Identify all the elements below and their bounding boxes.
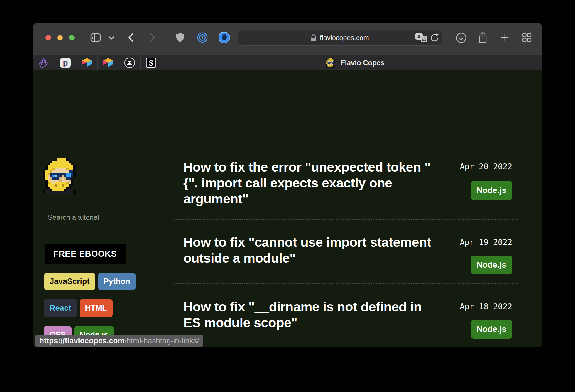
article-date: Apr 20 2022: [460, 162, 512, 171]
new-tab-button[interactable]: [500, 33, 509, 42]
article-tag-badge[interactable]: Node.js: [471, 181, 512, 200]
share-icon: [478, 32, 488, 43]
sidebar-tag-python[interactable]: Python: [98, 273, 136, 290]
shield-icon: [176, 32, 184, 43]
site-title: Flavio Copes: [341, 59, 384, 67]
adblock-hand-icon: [219, 32, 230, 43]
address-bar[interactable]: flaviocopes.com A: [238, 30, 442, 46]
translate-button[interactable]: A: [415, 33, 428, 43]
article-tag-badge[interactable]: Node.js: [471, 256, 512, 274]
color-cube-icon: [103, 58, 114, 68]
active-site-tab[interactable]: Flavio Copes: [326, 55, 385, 71]
favorite-cube-1[interactable]: [76, 55, 98, 71]
link-preview-statusbar: https://flaviocopes.com/html-hashtag-in-…: [35, 335, 203, 347]
adblock-extension-button[interactable]: [219, 32, 230, 43]
sidebar-tag-javascript[interactable]: JavaScript: [44, 273, 95, 290]
favorite-p-app[interactable]: p: [55, 55, 76, 71]
minimize-window-button[interactable]: [57, 35, 63, 40]
author-avatar: [43, 158, 80, 194]
p-app-icon: p: [60, 58, 71, 68]
downloads-button[interactable]: [456, 33, 466, 43]
article-row: How to fix the error "unexpected token "…: [174, 143, 518, 219]
article-tag-badge[interactable]: Node.js: [471, 320, 512, 339]
tab-overview-button[interactable]: [522, 33, 532, 43]
article-title-link[interactable]: How to fix the error "unexpected token "…: [183, 159, 431, 207]
article-date: Apr 19 2022: [460, 238, 512, 247]
search-input[interactable]: [44, 211, 125, 224]
reload-icon: [429, 33, 439, 43]
link-path: /html-hashtag-in-links/: [124, 336, 199, 345]
svg-text:S: S: [149, 58, 153, 67]
chevron-right-icon: [149, 33, 155, 42]
lock-icon: [311, 34, 317, 42]
close-window-button[interactable]: [45, 35, 51, 40]
browser-window: flaviocopes.com A: [33, 23, 542, 347]
link-host: https://flaviocopes.com: [39, 336, 124, 345]
tag-row-2: ReactHTML: [44, 299, 113, 317]
favorite-s-app[interactable]: S: [141, 55, 162, 71]
back-button[interactable]: [128, 33, 134, 42]
favorite-cube-2[interactable]: [98, 55, 119, 71]
favorite-items: p: [33, 55, 162, 71]
browser-toolbar: flaviocopes.com A: [33, 23, 542, 55]
site-favicon: [326, 58, 336, 68]
free-ebooks-button[interactable]: FREE EBOOKS: [45, 244, 126, 264]
favorites-bar: p: [33, 55, 542, 71]
mail-circle-icon: [124, 57, 135, 68]
privacy-report-button[interactable]: [176, 32, 184, 43]
svg-text:p: p: [63, 58, 68, 67]
onepassword-icon: [197, 32, 208, 43]
article-row: How to fix "cannot use import statement …: [174, 219, 518, 284]
page-content: FREE EBOOKS JavaScriptPython ReactHTML C…: [33, 70, 542, 347]
article-date: Apr 18 2022: [460, 302, 512, 311]
favorite-hand[interactable]: [33, 55, 55, 71]
sidebar-tag-html[interactable]: HTML: [80, 299, 113, 317]
favorite-mail-circle[interactable]: [119, 55, 141, 71]
article-row: How to fix "__dirname is not defined in …: [174, 284, 518, 347]
article-title-link[interactable]: How to fix "__dirname is not defined in …: [183, 299, 422, 331]
sidebar-toggle-icon: [90, 33, 101, 42]
color-cube-icon: [81, 58, 92, 68]
hand-sketch-icon: [38, 57, 50, 69]
chevron-down-icon: [109, 36, 114, 40]
plus-icon: [500, 33, 509, 42]
onepassword-extension-button[interactable]: [197, 32, 208, 43]
reload-button[interactable]: [429, 33, 439, 43]
chevron-left-icon: [128, 33, 134, 42]
forward-button[interactable]: [149, 33, 155, 42]
tag-row-1: JavaScriptPython: [44, 273, 136, 290]
download-icon: [456, 33, 466, 43]
translate-icon: A: [415, 33, 428, 43]
grid-icon: [522, 33, 532, 43]
article-title-link[interactable]: How to fix "cannot use import statement …: [183, 234, 431, 266]
sidebar-tag-react[interactable]: React: [44, 299, 77, 317]
url-text: flaviocopes.com: [320, 34, 369, 42]
s-app-icon: S: [146, 58, 156, 68]
share-button[interactable]: [478, 32, 488, 43]
sidebar-toggle-button[interactable]: [90, 33, 101, 42]
svg-text:A: A: [417, 34, 421, 40]
tab-group-dropdown[interactable]: [109, 36, 114, 40]
zoom-window-button[interactable]: [69, 35, 75, 40]
